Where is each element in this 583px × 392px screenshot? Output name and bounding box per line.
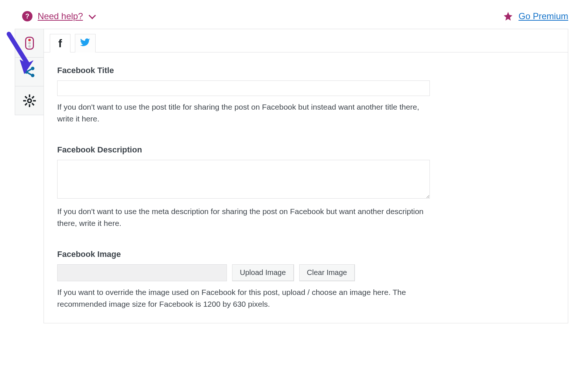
svg-rect-18 [31, 103, 34, 106]
gear-icon [23, 94, 37, 108]
side-tab-seo[interactable] [15, 29, 44, 58]
star-icon [503, 11, 513, 21]
svg-rect-11 [29, 94, 30, 97]
social-tab-facebook[interactable]: f [50, 34, 70, 52]
side-tab-advanced[interactable] [15, 86, 44, 115]
help-icon[interactable]: ? [22, 11, 32, 21]
go-premium-link[interactable]: Go Premium [518, 11, 568, 21]
facebook-title-help: If you don't want to use the post title … [57, 101, 434, 124]
upload-image-button[interactable]: Upload Image [232, 264, 294, 281]
facebook-image-help: If you want to override the image used o… [57, 286, 434, 310]
chevron-down-icon[interactable] [89, 12, 96, 19]
facebook-description-input[interactable] [57, 160, 430, 199]
svg-point-5 [28, 45, 31, 48]
social-tab-twitter[interactable] [75, 34, 96, 52]
facebook-description-help: If you don't want to use the meta descri… [57, 206, 434, 229]
facebook-description-label: Facebook Description [57, 145, 555, 155]
svg-rect-12 [29, 104, 30, 107]
facebook-title-input[interactable] [57, 80, 430, 96]
svg-point-3 [28, 39, 31, 41]
svg-rect-15 [31, 96, 34, 99]
social-settings-panel: f Facebook Title If you don't want to us… [44, 29, 568, 323]
svg-rect-14 [33, 100, 36, 102]
facebook-image-label: Facebook Image [57, 250, 555, 259]
share-icon [23, 65, 37, 79]
clear-image-button[interactable]: Clear Image [299, 264, 355, 281]
facebook-icon: f [58, 37, 62, 50]
facebook-image-input[interactable] [57, 264, 227, 281]
twitter-icon [80, 37, 90, 49]
side-tab-social[interactable] [15, 58, 44, 86]
svg-rect-17 [24, 96, 27, 99]
facebook-title-label: Facebook Title [57, 66, 555, 75]
svg-rect-10 [26, 71, 32, 76]
svg-rect-13 [23, 100, 26, 102]
metabox-side-tabs [15, 29, 44, 115]
svg-rect-16 [24, 103, 27, 106]
svg-point-4 [28, 42, 31, 45]
traffic-light-icon [23, 36, 37, 50]
need-help-link[interactable]: Need help? [38, 11, 83, 21]
